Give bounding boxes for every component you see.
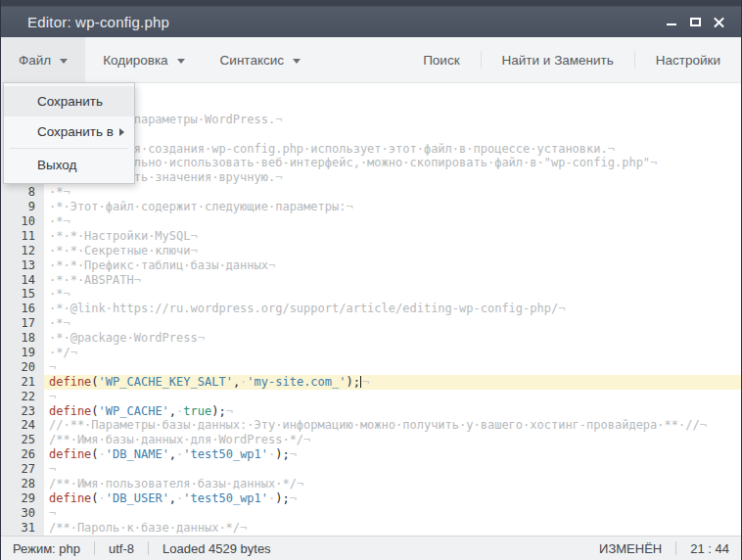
token-pun: ( xyxy=(91,404,98,418)
menu-label: Найти и Заменить xyxy=(502,53,614,68)
menu-find-replace[interactable]: Найти и Заменить xyxy=(482,37,634,82)
token-cmt: /**·Имя·базы·данных·для·WordPress·*/ xyxy=(49,433,303,446)
statusbar-separator xyxy=(148,541,149,555)
code-line[interactable]: 28/**·Имя·пользователя·базы·данных·*/¬ xyxy=(1,477,741,491)
close-button[interactable] xyxy=(710,13,727,30)
code-text: ·*·Основные·параметры·WordPress.¬ xyxy=(44,113,741,127)
maximize-button[interactable] xyxy=(686,13,704,30)
code-line[interactable]: 10·*¬ xyxy=(1,214,741,229)
code-text: ·*·Этот·файл·содержит·следующие·параметр… xyxy=(44,200,741,214)
token-pun: ( xyxy=(91,375,98,389)
menu-item-save-as[interactable]: Сохранить в xyxy=(4,117,134,147)
token-eol: ¬ xyxy=(275,113,282,126)
menu-item-save[interactable]: Сохранить xyxy=(4,86,134,117)
token-eol: ¬ xyxy=(650,156,657,169)
token-eol: ¬ xyxy=(49,462,56,476)
code-line[interactable]: 18·*·@package·WordPress¬ xyxy=(1,331,741,346)
code-line[interactable]: 12·*·*·Секретные·ключи¬ xyxy=(1,244,741,258)
code-line[interactable]: 9·*·Этот·файл·содержит·следующие·парамет… xyxy=(1,200,741,214)
code-line[interactable]: 31/**·Пароль·к·базе·данных·*/¬ xyxy=(1,521,741,536)
line-number: 13 xyxy=(1,258,44,273)
token-str: 'DB_USER' xyxy=(106,491,169,505)
token-eol: ¬ xyxy=(290,447,297,461)
token-eol: ¬ xyxy=(63,316,70,330)
token-eol: ¬ xyxy=(700,418,707,432)
file-menu-dropdown: СохранитьСохранить вВыход xyxy=(3,82,135,184)
code-text: ·*¬ xyxy=(44,316,741,331)
code-line[interactable]: 19·*/¬ xyxy=(1,346,741,360)
code-line[interactable]: 29define(·'DB_USER',·'test50_wp1'·);¬ xyxy=(1,491,741,506)
editor-window: Editor: wp-config.php ФайлКодировкаСинта… xyxy=(0,0,742,560)
token-pun: ); xyxy=(347,375,360,389)
line-number: 28 xyxy=(1,477,44,491)
statusbar-separator xyxy=(675,541,676,555)
menu-search[interactable]: Поиск xyxy=(402,37,480,82)
chevron-down-icon xyxy=(177,59,185,64)
code-line[interactable]: 15·*¬ xyxy=(1,287,741,302)
minimize-button[interactable] xyxy=(663,13,680,30)
line-number: 14 xyxy=(1,273,44,288)
menu-syntax[interactable]: Синтаксис xyxy=(203,37,318,82)
code-line[interactable]: 30¬ xyxy=(1,506,741,521)
token-cmt: ·*·Этот·файл·содержит·следующие·параметр… xyxy=(49,200,346,213)
token-kw: define xyxy=(49,375,91,389)
code-text: ·*¬ xyxy=(44,127,741,142)
menu-item-label: Сохранить в xyxy=(37,124,114,139)
menu-item-exit[interactable]: Выход xyxy=(4,150,134,180)
menu-encoding[interactable]: Кодировка xyxy=(85,37,202,82)
token-ws: · xyxy=(99,491,106,505)
code-line[interactable]: 14·*·*·ABSPATH¬ xyxy=(1,273,741,288)
window-title: Editor: wp-config.php xyxy=(27,14,169,30)
code-line[interactable]: 21define('WP_CACHE_KEY_SALT',·'my-site.c… xyxy=(1,375,741,390)
token-cmt: ·*·@link·https://ru.wordpress.org/suppor… xyxy=(49,302,558,315)
token-str: 'test50_wp1' xyxy=(183,447,268,461)
menubar-right-group: ПоискНайти и ЗаменитьНастройки xyxy=(402,37,741,82)
code-line[interactable]: 11·*·*·Настройки·MySQL¬ xyxy=(1,229,741,244)
code-text: ·*·*·Префикс·таблиц·базы·данных¬ xyxy=(44,258,741,273)
token-cmt: ·* xyxy=(49,185,63,199)
token-eol: ¬ xyxy=(63,287,70,301)
code-line[interactable]: 16·*·@link·https://ru.wordpress.org/supp… xyxy=(1,302,741,316)
menu-label: Файл xyxy=(19,53,51,68)
code-text: ·*·и·заполнить·значения·вручную.¬ xyxy=(44,170,741,185)
code-text: /**¬ xyxy=(44,98,741,113)
code-line[interactable]: 8·*¬ xyxy=(1,185,741,200)
line-number: 18 xyxy=(1,331,44,346)
code-line[interactable]: 20¬ xyxy=(1,360,741,375)
code-text: ¬ xyxy=(44,360,741,375)
code-text: ¬ xyxy=(44,506,741,521)
line-number: 16 xyxy=(1,302,44,316)
code-text: ·*/¬ xyxy=(44,346,741,360)
code-line[interactable]: 25/**·Имя·базы·данных·для·WordPress·*/¬ xyxy=(1,433,741,447)
code-text: /**·Пароль·к·базе·данных·*/¬ xyxy=(44,521,741,536)
line-number: 17 xyxy=(1,316,44,331)
encoding-indicator: utf-8 xyxy=(109,541,134,556)
code-line[interactable]: 17·*¬ xyxy=(1,316,741,331)
token-eol: ¬ xyxy=(134,273,141,287)
modified-indicator: ИЗМЕНЁН xyxy=(599,541,662,556)
code-text: define(·'DB_USER',·'test50_wp1'·);¬ xyxy=(44,491,741,506)
line-number: 29 xyxy=(1,491,44,506)
code-text: //·**·Параметры·базы·данных:·Эту·информа… xyxy=(44,418,741,433)
token-pun: , xyxy=(169,491,176,505)
token-eol: ¬ xyxy=(268,258,275,272)
token-eol: ¬ xyxy=(191,244,198,257)
token-ws: · xyxy=(99,447,106,461)
token-eol: ¬ xyxy=(275,170,282,184)
code-line[interactable]: 27¬ xyxy=(1,462,741,477)
token-eol: ¬ xyxy=(290,491,297,505)
code-text: ¬ xyxy=(44,462,741,477)
statusbar-right-group: ИЗМЕНЁН21 : 44 xyxy=(599,541,729,556)
token-cmt: ·*·@package·WordPress xyxy=(49,331,198,345)
code-line[interactable]: 22¬ xyxy=(1,390,741,404)
menu-file[interactable]: Файл xyxy=(1,37,85,82)
code-line[interactable]: 23define('WP_CACHE',·true);¬ xyxy=(1,404,741,419)
code-line[interactable]: 24//·**·Параметры·базы·данных:·Эту·инфор… xyxy=(1,418,741,433)
code-text: /**·Имя·базы·данных·для·WordPress·*/¬ xyxy=(44,433,741,447)
menu-settings[interactable]: Настройки xyxy=(635,37,741,82)
token-str: 'DB_NAME' xyxy=(106,447,169,461)
code-line[interactable]: 26define(·'DB_NAME',·'test50_wp1'·);¬ xyxy=(1,447,741,462)
token-str: 'test50_wp1' xyxy=(183,491,268,505)
code-line[interactable]: 13·*·*·Префикс·таблиц·базы·данных¬ xyxy=(1,258,741,273)
code-text: ·*·*·ABSPATH¬ xyxy=(44,273,741,288)
